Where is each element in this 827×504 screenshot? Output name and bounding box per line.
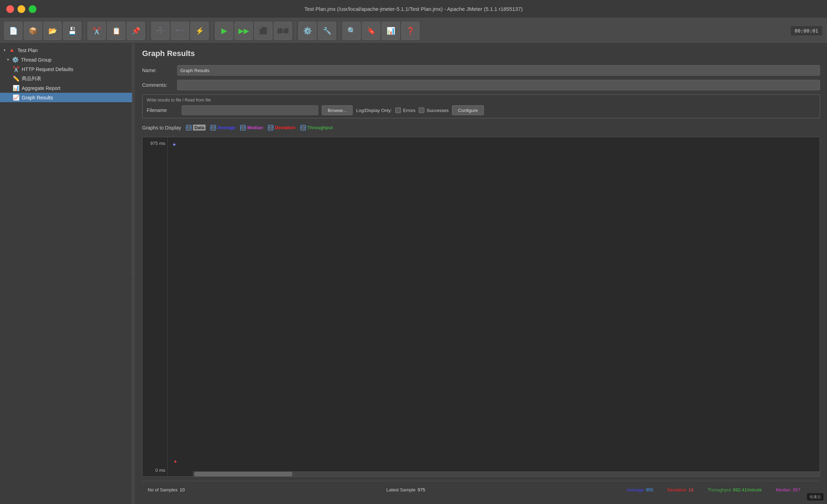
http-defaults-icon: ✂️ (13, 66, 20, 72)
window-title: Test Plan.jmx (/usr/local/apache-jmeter-… (304, 6, 523, 12)
sidebar: ▼ 🔺 Test Plan ▼ ⚙️ Thread Group ✂️ HTTP … (0, 43, 132, 504)
sidebar-item-graph-results[interactable]: 📈 Graph Results (0, 93, 132, 102)
throughput-label: Throughput (708, 487, 731, 492)
close-button[interactable] (6, 5, 14, 13)
clear-button[interactable]: 🔖 (362, 22, 380, 40)
title-bar: Test Plan.jmx (/usr/local/apache-jmeter-… (0, 0, 827, 18)
paste-button[interactable]: 📌 (127, 22, 145, 40)
average-value: 955 (646, 487, 653, 492)
name-label: Name: (142, 68, 174, 73)
data-point-bottom: ✦ (173, 459, 178, 464)
run-button[interactable]: ▶ (215, 22, 233, 40)
average-checkbox-item: ✓ Average (210, 125, 235, 131)
successes-checkbox[interactable] (419, 107, 424, 113)
product-list-icon: ✏️ (13, 75, 20, 82)
filename-label: Filename (147, 107, 178, 113)
collapse-button[interactable]: ➖ (171, 22, 189, 40)
sidebar-item-http-defaults[interactable]: ✂️ HTTP Request Defaults (0, 64, 132, 74)
data-checkbox[interactable]: ✓ (186, 125, 192, 131)
median-checkbox-item: ✓ Median (240, 125, 263, 131)
throughput-status: Throughput 892.41/minute (708, 487, 762, 492)
sidebar-item-thread-group[interactable]: ▼ ⚙️ Thread Group (0, 55, 132, 64)
minimize-button[interactable] (18, 5, 25, 13)
deviation-checkbox-item: ✓ Deviation (268, 125, 296, 131)
successes-label: Successes (426, 108, 449, 113)
shutdown-button[interactable]: ⚙️ (298, 22, 317, 40)
sidebar-item-test-plan[interactable]: ▼ 🔺 Test Plan (0, 46, 132, 55)
toolbar: 📄 📦 📂 💾 ✂️ 📋 📌 ➕ ➖ ⚡ ▶ ▶▶ ⬛ ⬛⬛ ⚙️ 🔧 🔍 🔖 … (0, 18, 827, 43)
average-checkbox[interactable]: ✓ (210, 125, 216, 131)
help-button[interactable]: ❓ (401, 22, 419, 40)
configure-button[interactable]: Configure (452, 105, 484, 115)
test-plan-icon: 🔺 (8, 47, 15, 54)
cut-button[interactable]: ✂️ (88, 22, 106, 40)
toggle-button[interactable]: ⚡ (190, 22, 209, 40)
log-display-label: Log/Display Only: (356, 108, 392, 113)
new-button[interactable]: 📄 (4, 22, 22, 40)
file-row: Filename Browse... Log/Display Only: Err… (147, 105, 815, 115)
arrow-icon: ▼ (6, 58, 10, 62)
latest-value: 975 (418, 487, 425, 492)
comments-label: Comments: (142, 82, 174, 88)
deviation-label: Deviation (275, 125, 296, 130)
run-remote-button[interactable]: ▶▶ (235, 22, 253, 40)
window-controls (6, 5, 36, 13)
save-button[interactable]: 💾 (63, 22, 81, 40)
errors-checkbox-group: Errors (395, 107, 415, 113)
samples-value: 10 (180, 487, 185, 492)
scrollbar[interactable] (193, 471, 820, 476)
y-top-label: 975 ms (150, 141, 165, 146)
maximize-button[interactable] (29, 5, 36, 13)
timer-display: 00:00:01 (790, 26, 823, 36)
deviation-status: Deviation 18 (667, 487, 694, 492)
stop-button[interactable]: ⬛ (254, 22, 272, 40)
sidebar-item-aggregate-report[interactable]: 📊 Aggregate Report (0, 83, 132, 93)
stop-remote-button[interactable]: ⬛⬛ (274, 22, 292, 40)
open-button[interactable]: 📂 (43, 22, 62, 40)
deviation-checkbox[interactable]: ✓ (268, 125, 273, 131)
median-label: Median (247, 125, 263, 130)
graph-area: 975 ms 0 ms ✦ ✦ (142, 137, 820, 477)
median-value: 957 (793, 487, 800, 492)
clear-all-button[interactable]: 📊 (382, 22, 400, 40)
sidebar-item-label: Test Plan (18, 48, 38, 53)
name-input[interactable] (177, 65, 820, 76)
data-checkbox-item: ✓ Data (186, 125, 206, 131)
graphs-label: Graphs to Display (142, 125, 181, 131)
latest-label: Latest Sample (387, 487, 416, 492)
file-section: Write results to file / Read from file F… (142, 94, 820, 118)
sidebar-item-label: Aggregate Report (22, 85, 61, 91)
errors-label: Errors (403, 108, 415, 113)
copy-button[interactable]: 📋 (107, 22, 125, 40)
graphs-to-display-row: Graphs to Display ✓ Data ✓ Average ✓ (142, 122, 820, 133)
filename-input[interactable] (182, 105, 318, 115)
sidebar-item-label: 商品列表 (22, 76, 41, 82)
scrollbar-thumb[interactable] (194, 472, 292, 476)
average-label: Average (627, 487, 644, 492)
data-label: Data (193, 125, 206, 131)
watermark: 化速云 (807, 493, 823, 500)
throughput-label: Throughput (307, 125, 333, 130)
comments-input[interactable] (177, 80, 820, 90)
open-templates-button[interactable]: 📦 (24, 22, 42, 40)
sidebar-item-product-list[interactable]: ✏️ 商品列表 (0, 74, 132, 83)
errors-checkbox[interactable] (395, 107, 401, 113)
median-checkbox[interactable]: ✓ (240, 125, 246, 131)
function-button[interactable]: 🔍 (342, 22, 361, 40)
expand-button[interactable]: ➕ (151, 22, 169, 40)
comments-row: Comments: (142, 80, 820, 90)
main-content: ▼ 🔺 Test Plan ▼ ⚙️ Thread Group ✂️ HTTP … (0, 43, 827, 504)
resize-handle[interactable]: ⋮⋮⋮ (132, 43, 135, 504)
sidebar-item-label: HTTP Request Defaults (22, 66, 74, 72)
graph-canvas: ✦ ✦ (168, 137, 820, 471)
sidebar-item-label: Thread Group (21, 57, 51, 63)
throughput-value: 892.41/minute (733, 487, 762, 492)
browse-button[interactable]: Browse... (322, 105, 353, 115)
arrow-icon: ▼ (3, 48, 6, 52)
panel-title: Graph Results (142, 49, 820, 58)
throughput-checkbox[interactable]: ✓ (300, 125, 306, 131)
status-bar: No of Samples 10 Latest Sample 975 Avera… (142, 481, 820, 498)
separator-3 (211, 22, 212, 40)
separator-1 (84, 22, 85, 40)
remote-help-button[interactable]: 🔧 (318, 22, 336, 40)
